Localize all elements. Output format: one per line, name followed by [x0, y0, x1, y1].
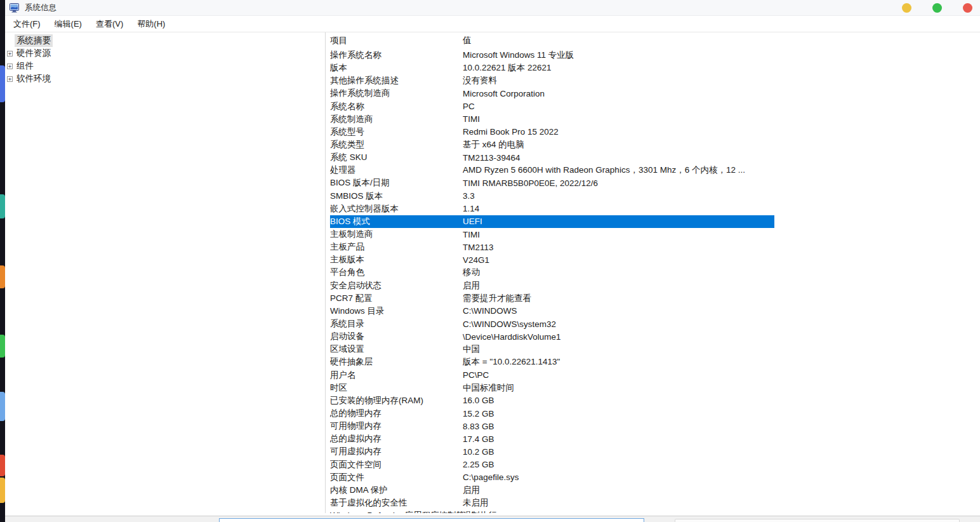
table-row[interactable]: 版本 10.0.22621 版本 22621	[330, 62, 774, 74]
table-row[interactable]: 硬件抽象层 版本 = "10.0.22621.1413"	[330, 356, 774, 368]
table-row[interactable]: 平台角色 移动	[330, 266, 774, 279]
list-header: 项目 值	[330, 32, 980, 49]
table-row[interactable]: 区域设置 中国	[330, 343, 774, 356]
close-button[interactable]	[963, 3, 972, 13]
table-row[interactable]: 时区 中国标准时间	[330, 382, 774, 394]
system-info-window: 系统信息 文件(F)编辑(E)查看(V)帮助(H) + 系统摘要 + 硬件资源	[5, 0, 980, 522]
search-input[interactable]	[219, 518, 644, 522]
row-value-cell: 移动	[463, 267, 774, 278]
dock-icon-sliver	[0, 265, 5, 288]
row-item-cell: 系统型号	[330, 126, 463, 138]
titlebar[interactable]: 系统信息	[5, 0, 980, 16]
search-buttons-area[interactable]	[675, 519, 960, 522]
table-row[interactable]: 操作系统名称 Microsoft Windows 11 专业版	[330, 49, 774, 62]
row-item-cell: 启动设备	[330, 331, 463, 342]
minimize-button[interactable]	[902, 3, 911, 13]
row-value-cell: 3.3	[463, 191, 774, 201]
row-value-cell: 基于 x64 的电脑	[463, 139, 774, 151]
row-value-cell: TM2113-39464	[463, 153, 774, 163]
table-row[interactable]: Windows 目录 C:\WINDOWS	[330, 305, 774, 318]
table-row[interactable]: 总的虚拟内存 17.4 GB	[330, 432, 774, 445]
row-item-cell: 可用虚拟内存	[330, 446, 463, 457]
row-item-cell: 页面文件空间	[330, 459, 463, 471]
table-row[interactable]: BIOS 版本/日期 TIMI RMARB5B0P0E0E, 2022/12/6	[330, 177, 774, 189]
list-rows: 操作系统名称 Microsoft Windows 11 专业版 版本 10.0.…	[330, 49, 980, 513]
table-row[interactable]: 系统制造商 TIMI	[330, 113, 774, 126]
row-value-cell: AMD Ryzen 5 6600H with Radeon Graphics，3…	[463, 164, 774, 176]
menu-item[interactable]: 查看(V)	[89, 17, 130, 32]
table-row[interactable]: 可用物理内存 8.83 GB	[330, 420, 774, 432]
row-item-cell: 用户名	[330, 370, 463, 381]
row-value-cell: 强制执行	[463, 510, 774, 513]
table-row[interactable]: 系统目录 C:\WINDOWS\system32	[330, 318, 774, 330]
tree-item[interactable]: + 组件	[5, 60, 325, 72]
table-row[interactable]: 系统型号 Redmi Book Pro 15 2022	[330, 126, 774, 138]
row-item-cell: BIOS 版本/日期	[330, 177, 463, 189]
row-item-cell: 可用物理内存	[330, 420, 463, 432]
row-value-cell: V24G1	[463, 255, 774, 265]
table-row[interactable]: 处理器 AMD Ryzen 5 6600H with Radeon Graphi…	[330, 164, 774, 177]
tree-item-label: 系统摘要	[15, 34, 53, 47]
row-item-cell: 主板制造商	[330, 229, 463, 240]
row-value-cell: C:\WINDOWS	[463, 306, 774, 316]
table-row[interactable]: 已安装的物理内存(RAM) 16.0 GB	[330, 394, 774, 407]
row-item-cell: 页面文件	[330, 472, 463, 483]
table-row[interactable]: 其他操作系统描述 没有资料	[330, 74, 774, 87]
expand-plus-icon[interactable]: +	[7, 51, 13, 57]
table-row[interactable]: 操作系统制造商 Microsoft Corporation	[330, 87, 774, 100]
dock-icon-sliver	[0, 455, 5, 476]
row-item-cell: 操作系统名称	[330, 50, 463, 61]
tree-item-label: 软件环境	[15, 72, 53, 85]
tree-item[interactable]: + 系统摘要	[5, 34, 325, 47]
menu-item[interactable]: 帮助(H)	[130, 17, 172, 32]
row-item-cell: 内核 DMA 保护	[330, 485, 463, 496]
row-value-cell: UEFI	[463, 217, 774, 226]
tree-item[interactable]: + 软件环境	[5, 72, 325, 85]
table-row[interactable]: 系统 SKU TM2113-39464	[330, 151, 774, 164]
table-row[interactable]: 主板制造商 TIMI	[330, 228, 774, 241]
row-value-cell: 10.0.22621 版本 22621	[463, 62, 774, 74]
main-content: + 系统摘要 + 硬件资源 + 组件 + 软件环境	[5, 32, 980, 513]
row-value-cell: 未启用	[463, 497, 774, 509]
table-row[interactable]: 页面文件空间 2.25 GB	[330, 458, 774, 471]
search-bar: 查找内容(W):	[5, 516, 980, 522]
row-item-cell: 总的物理内存	[330, 408, 463, 419]
table-row[interactable]: 基于虚拟化的安全性 未启用	[330, 497, 774, 509]
tree-item-label: 硬件资源	[15, 47, 53, 60]
row-item-cell: 系统目录	[330, 318, 463, 330]
row-value-cell: 没有资料	[463, 75, 774, 86]
zoom-button[interactable]	[932, 3, 942, 13]
expand-plus-icon[interactable]: +	[7, 64, 13, 69]
row-item-cell: 基于虚拟化的安全性	[330, 497, 463, 509]
table-row[interactable]: SMBIOS 版本 3.3	[330, 190, 774, 203]
tree-item-label: 组件	[15, 60, 36, 72]
row-value-cell: 2.25 GB	[463, 460, 774, 469]
table-row[interactable]: 可用虚拟内存 10.2 GB	[330, 445, 774, 458]
row-item-cell: 主板产品	[330, 241, 463, 253]
table-row[interactable]: Windows Defender 应用程序控制策略 强制执行	[330, 509, 774, 513]
table-row[interactable]: BIOS 模式 UEFI	[330, 215, 774, 228]
table-row[interactable]: 页面文件 C:\pagefile.sys	[330, 471, 774, 484]
row-item-cell: 平台角色	[330, 267, 463, 278]
table-row[interactable]: 内核 DMA 保护 启用	[330, 484, 774, 497]
menu-item[interactable]: 文件(F)	[6, 17, 48, 32]
row-value-cell: TM2113	[463, 243, 774, 252]
menu-item[interactable]: 编辑(E)	[48, 17, 89, 32]
table-row[interactable]: 系统类型 基于 x64 的电脑	[330, 138, 774, 151]
row-value-cell: PC\PC	[463, 370, 774, 380]
table-row[interactable]: 用户名 PC\PC	[330, 369, 774, 382]
row-item-cell: 系统类型	[330, 139, 463, 151]
expand-plus-icon[interactable]: +	[7, 76, 13, 82]
table-row[interactable]: 主板产品 TM2113	[330, 241, 774, 253]
table-row[interactable]: 总的物理内存 15.2 GB	[330, 407, 774, 420]
table-row[interactable]: 嵌入式控制器版本 1.14	[330, 203, 774, 215]
table-row[interactable]: 启动设备 \Device\HarddiskVolume1	[330, 330, 774, 343]
category-tree: + 系统摘要 + 硬件资源 + 组件 + 软件环境	[5, 32, 326, 513]
row-value-cell: \Device\HarddiskVolume1	[463, 332, 774, 342]
row-value-cell: Microsoft Corporation	[463, 89, 774, 98]
table-row[interactable]: 主板版本 V24G1	[330, 253, 774, 266]
table-row[interactable]: 安全启动状态 启用	[330, 279, 774, 292]
table-row[interactable]: PCR7 配置 需要提升才能查看	[330, 292, 774, 305]
tree-item[interactable]: + 硬件资源	[5, 47, 325, 60]
table-row[interactable]: 系统名称 PC	[330, 100, 774, 113]
